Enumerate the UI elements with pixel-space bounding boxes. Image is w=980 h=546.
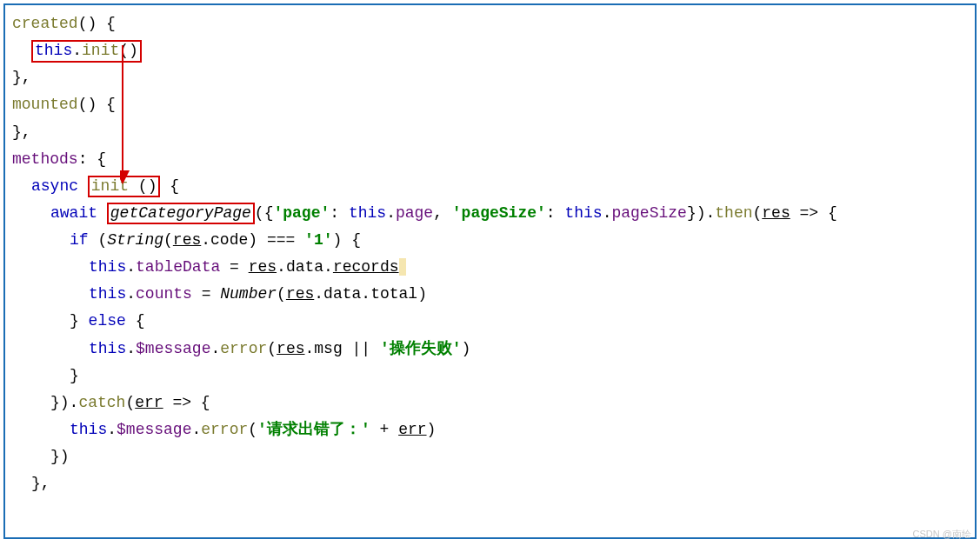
code-line: if (String(res.code) === '1') {: [12, 227, 968, 254]
annotation-box-getcategorypage: getCategoryPage: [107, 203, 255, 225]
code-line: await getCategoryPage({'page': this.page…: [12, 200, 968, 227]
code-line: },: [12, 64, 968, 91]
code-editor: created() { this.init() }, mounted() { }…: [3, 3, 977, 539]
annotation-box-init-def: init (): [88, 176, 161, 198]
code-line: created() {: [12, 10, 968, 37]
watermark: CSDN @南绘: [913, 528, 971, 541]
code-line: this.tableData = res.data.records: [12, 254, 968, 281]
code-line: this.$message.error(res.msg || '操作失败'): [12, 336, 968, 363]
code-line: methods: {: [12, 146, 968, 173]
code-line: }): [12, 443, 968, 470]
annotation-box-init-call: this.init(): [31, 40, 142, 63]
code-line: }).catch(err => {: [12, 390, 968, 416]
code-line: async init () {: [12, 173, 968, 200]
lifecycle-mounted: mounted: [12, 96, 78, 113]
code-line: this.$message.error('请求出错了：' + err): [12, 416, 968, 443]
code-line: mounted() {: [12, 91, 968, 118]
code-line: }: [12, 363, 968, 390]
lifecycle-created: created: [12, 15, 78, 32]
text-cursor: [399, 258, 406, 276]
code-line: this.counts = Number(res.data.total): [12, 281, 968, 308]
code-line: },: [12, 119, 968, 146]
code-line: } else {: [12, 308, 968, 335]
code-line: },: [12, 470, 968, 497]
code-line: this.init(): [12, 37, 968, 64]
methods-key: methods: [12, 150, 78, 168]
